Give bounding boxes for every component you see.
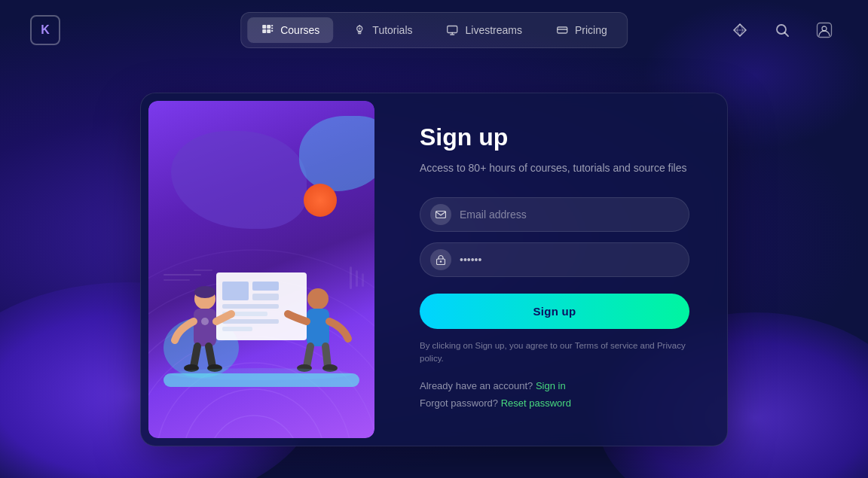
nav-label-courses: Courses bbox=[280, 24, 319, 36]
nav-center: Courses Tutorials Livestre bbox=[240, 12, 628, 48]
svg-line-14 bbox=[785, 33, 789, 37]
forgot-link[interactable]: Reset password bbox=[501, 397, 571, 409]
email-input-group bbox=[420, 197, 689, 232]
svg-point-38 bbox=[307, 288, 329, 309]
nav-label-pricing: Pricing bbox=[575, 24, 607, 36]
svg-point-37 bbox=[201, 318, 209, 325]
form-title: Sign up bbox=[420, 123, 689, 151]
signin-link[interactable]: Sign in bbox=[536, 380, 566, 391]
password-input[interactable] bbox=[420, 242, 689, 277]
terms-text: By clicking on Sign up, you agree to our… bbox=[420, 339, 689, 366]
signin-label: Already have an account? bbox=[420, 380, 536, 391]
svg-rect-28 bbox=[222, 304, 279, 309]
email-input[interactable] bbox=[420, 197, 689, 232]
svg-rect-31 bbox=[222, 327, 252, 331]
svg-rect-11 bbox=[557, 27, 567, 33]
monitor-icon bbox=[446, 23, 460, 37]
svg-rect-3 bbox=[267, 29, 270, 33]
svg-rect-5 bbox=[271, 28, 273, 29]
nav-item-pricing[interactable]: Pricing bbox=[542, 17, 621, 43]
card-illustration bbox=[148, 101, 374, 438]
forgot-line: Forgot password? Reset password bbox=[420, 397, 689, 409]
password-input-group bbox=[420, 242, 689, 277]
svg-rect-30 bbox=[222, 319, 279, 324]
svg-rect-2 bbox=[262, 29, 266, 33]
svg-rect-25 bbox=[222, 282, 249, 300]
svg-point-45 bbox=[440, 260, 442, 262]
illus-blob-2 bbox=[299, 116, 374, 191]
navbar: K Courses bbox=[0, 0, 868, 60]
profile-icon-button[interactable] bbox=[811, 17, 838, 44]
svg-rect-0 bbox=[262, 25, 266, 29]
bulb-icon bbox=[353, 23, 366, 37]
svg-rect-39 bbox=[307, 309, 329, 346]
svg-rect-4 bbox=[271, 25, 273, 26]
logo[interactable]: K bbox=[30, 15, 60, 45]
search-icon-button[interactable] bbox=[769, 17, 796, 44]
grid-icon bbox=[261, 23, 274, 37]
nav-item-livestreams[interactable]: Livestreams bbox=[432, 17, 536, 43]
svg-rect-34 bbox=[194, 309, 216, 346]
form-subtitle: Access to 80+ hours of courses, tutorial… bbox=[420, 160, 689, 176]
signin-line: Already have an account? Sign in bbox=[420, 380, 689, 391]
svg-point-42 bbox=[171, 368, 352, 380]
svg-rect-1 bbox=[267, 25, 270, 29]
illustration-background bbox=[148, 101, 374, 438]
figures-illustration bbox=[156, 242, 367, 393]
nav-item-courses[interactable]: Courses bbox=[247, 17, 333, 43]
svg-rect-6 bbox=[271, 30, 273, 32]
signup-button[interactable]: Sign up bbox=[420, 294, 689, 329]
nav-label-tutorials: Tutorials bbox=[372, 24, 412, 36]
svg-point-16 bbox=[822, 26, 827, 31]
svg-point-8 bbox=[359, 28, 361, 30]
diamond-icon-button[interactable] bbox=[726, 17, 753, 44]
svg-rect-10 bbox=[448, 26, 457, 33]
svg-point-17 bbox=[209, 416, 299, 438]
card-icon bbox=[555, 23, 569, 37]
signup-card: Sign up Access to 80+ hours of courses, … bbox=[140, 93, 728, 446]
lock-icon bbox=[430, 249, 451, 270]
nav-item-tutorials[interactable]: Tutorials bbox=[339, 17, 426, 43]
svg-point-18 bbox=[182, 389, 326, 438]
forgot-label: Forgot password? bbox=[420, 397, 501, 409]
svg-rect-27 bbox=[252, 294, 279, 300]
main-content: Sign up Access to 80+ hours of courses, … bbox=[0, 60, 868, 478]
nav-right bbox=[726, 17, 838, 44]
card-form: Sign up Access to 80+ hours of courses, … bbox=[382, 93, 727, 446]
nav-label-livestreams: Livestreams bbox=[466, 24, 522, 36]
svg-point-33 bbox=[194, 286, 215, 298]
email-icon bbox=[430, 204, 451, 225]
svg-rect-26 bbox=[252, 282, 279, 291]
